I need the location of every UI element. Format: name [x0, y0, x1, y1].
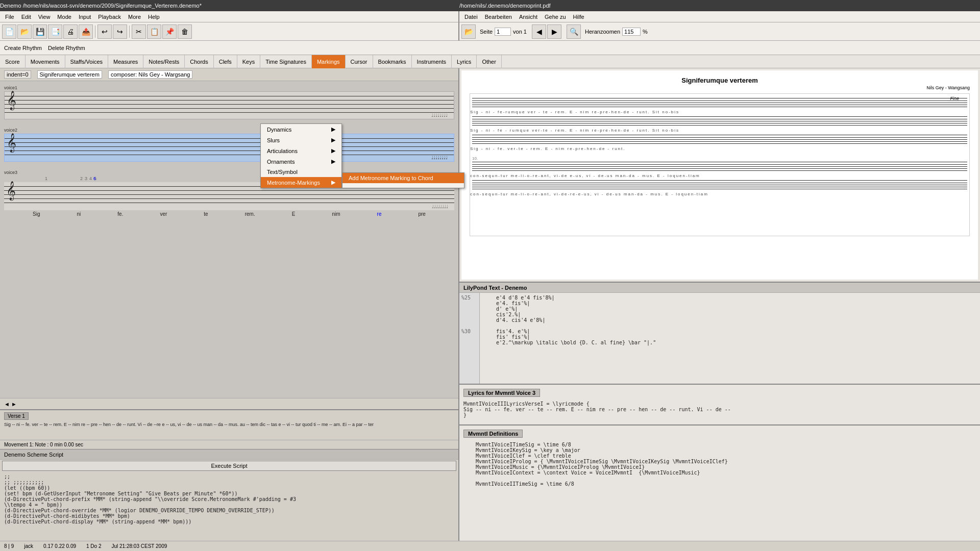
left-title-bar: Denemo /home/nils/wacost-svn/denemo/2009… — [0, 0, 459, 11]
prev-page-button[interactable]: ◀ — [532, 24, 546, 39]
bottom-page-indicator: 8 | 9 — [4, 543, 14, 549]
bottom-coords: 0.17 0.22 0.09 — [43, 543, 76, 549]
page-total: von 1 — [513, 29, 527, 35]
tab-clefs[interactable]: Clefs — [214, 55, 237, 68]
composer-field[interactable]: composer: Nils Gey - Wargsang — [108, 70, 192, 79]
pdf-open-button[interactable]: 📂 — [461, 24, 476, 39]
menu-edit[interactable]: Edit — [18, 13, 34, 21]
zoom-in-button[interactable]: 🔍 — [567, 24, 581, 39]
tab-markings[interactable]: Markings — [312, 55, 346, 68]
page-number-input[interactable] — [495, 28, 511, 36]
delete-rhythm-link[interactable]: Delete Rhythm — [48, 45, 85, 51]
dropdown-metronome[interactable]: Metronome-Markings ▶ — [261, 177, 341, 188]
tab-staffs-voices[interactable]: Staffs/Voices — [65, 55, 108, 68]
menu-ansicht[interactable]: Ansicht — [516, 13, 541, 21]
tab-keys[interactable]: Keys — [237, 55, 260, 68]
lily-panel: LilyPond Text - Denemo %25 %30 — [459, 283, 980, 385]
menu-input[interactable]: Input — [76, 13, 94, 21]
paste-button[interactable]: 📌 — [162, 24, 177, 39]
lyrics-panel: Lyrics for MvmntI Voice 3 MvmntIVoiceIII… — [459, 385, 980, 425]
staff-measure-placeholder-1: ♩♩♩♩♩♩♩♩ — [431, 113, 448, 118]
pdf-composer: Nils Gey - Wangsang — [470, 85, 970, 90]
lily-line-numbers: %25 %30 — [459, 293, 480, 384]
toolbar-separator-1 — [95, 26, 95, 38]
score-title-field[interactable]: Signiferumque verterem — [37, 70, 102, 79]
staff-line-v3-4 — [4, 198, 454, 199]
menu-hilfe[interactable]: Hilfe — [570, 13, 587, 21]
dropdown-text-symbol[interactable]: Text/Symbol — [261, 167, 341, 177]
tab-cursor[interactable]: Cursor — [346, 55, 373, 68]
redo-button[interactable]: ↪ — [113, 24, 127, 39]
create-rhythm-link[interactable]: Create Rhythm — [4, 45, 42, 51]
pdf-lyrics-3: Sig - ni - fe. ver-te - rem. E - nim re-… — [470, 146, 969, 151]
pdf-viewer: Signiferumque verterem Nils Gey - Wangsa… — [459, 68, 980, 283]
open-button[interactable]: 📂 — [17, 24, 32, 39]
delete-button[interactable]: 🗑 — [178, 24, 192, 39]
copy-button[interactable]: 📋 — [147, 24, 161, 39]
indent-value: indent=0 — [4, 70, 31, 79]
movement-status: Movement 1: Note : 0 min 0.00 sec — [0, 440, 458, 449]
tab-score[interactable]: Score — [0, 55, 26, 68]
markings-dropdown: Dynamics ▶ Slurs ▶ Articulations ▶ Ornam… — [260, 123, 464, 188]
execute-script-button[interactable]: Execute Script — [2, 461, 456, 471]
menu-playback[interactable]: Playback — [95, 13, 124, 21]
bottom-time: Jul 21:28:03 CEST 2009 — [112, 543, 167, 549]
tab-chords[interactable]: Chords — [185, 55, 213, 68]
right-toolbar: 📂 Seite von 1 ◀ ▶ 🔍 Heranzoomen % — [459, 22, 980, 41]
pdf-lyrics-5: con-sequn-tur me-li-o-re-ant, vi-de-re-e… — [470, 192, 969, 196]
save-button[interactable]: 💾 — [33, 24, 47, 39]
dropdown-slurs[interactable]: Slurs ▶ — [261, 135, 341, 145]
staff-row-voice1: voice1 𝄞 ♩♩♩♩♩♩♩♩ — [4, 85, 454, 119]
menu-bearbeiten[interactable]: Bearbeiten — [482, 13, 515, 21]
lyrics-code: MvmntIVoiceIIILyricsVerseI = \lyricmode … — [463, 401, 976, 418]
tab-other[interactable]: Other — [477, 55, 502, 68]
tab-measures[interactable]: Measures — [108, 55, 143, 68]
undo-button[interactable]: ↩ — [97, 24, 112, 39]
verse-tab[interactable]: Verse 1 — [4, 412, 29, 420]
add-metronome-marking[interactable]: Add Metronome Marking to Chord — [342, 173, 464, 183]
defs-panel: MvmntI Definitions MvmntIVoiceITimeSig =… — [459, 425, 980, 551]
left-window-title: Denemo /home/nils/wacost-svn/denemo/2009… — [0, 3, 202, 9]
lily-text: e'4 d'8 e'4 fis'8%| e'4. fis'%| d' e'%| … — [480, 293, 980, 384]
tab-movements[interactable]: Movements — [26, 55, 65, 68]
dropdown-dynamics[interactable]: Dynamics ▶ — [261, 124, 341, 135]
next-page-button[interactable]: ▶ — [547, 24, 561, 39]
staff-line-2 — [5, 100, 454, 101]
menu-mode[interactable]: Mode — [54, 13, 75, 21]
scroll-indicator: ◄ ► — [4, 401, 17, 407]
articulations-label: Articulations — [267, 148, 298, 154]
action-bar: Create Rhythm Delete Rhythm — [0, 41, 980, 55]
cut-button[interactable]: ✂ — [132, 24, 146, 39]
zoom-unit: % — [643, 29, 648, 35]
toolbar-separator-2 — [129, 26, 130, 38]
menu-view[interactable]: View — [35, 13, 54, 21]
tab-notes-rests[interactable]: Notes/Rests — [143, 55, 185, 68]
zoom-input[interactable] — [622, 28, 641, 36]
tab-bookmarks[interactable]: Bookmarks — [373, 55, 412, 68]
tab-time-signatures[interactable]: Time Signatures — [260, 55, 312, 68]
tab-instruments[interactable]: Instruments — [412, 55, 452, 68]
staff-line-v3-2 — [4, 190, 454, 191]
staff-line-5 — [5, 112, 454, 113]
menu-more[interactable]: More — [125, 13, 144, 21]
menu-file[interactable]: File — [2, 13, 17, 21]
print-button[interactable]: 🖨 — [63, 24, 78, 39]
staff-line-v3-5 — [4, 203, 454, 203]
ornaments-arrow: ▶ — [331, 158, 335, 165]
left-toolbar: 📄 📂 💾 📑 🖨 📤 ↩ ↪ ✂ 📋 📌 🗑 — [0, 22, 459, 41]
menu-gehe-zu[interactable]: Gehe zu — [542, 13, 569, 21]
menu-datei[interactable]: Datei — [461, 13, 481, 21]
save-pdf-button[interactable]: 📑 — [48, 24, 62, 39]
new-button[interactable]: 📄 — [2, 24, 16, 39]
menu-help[interactable]: Help — [145, 13, 163, 21]
tab-lyrics[interactable]: Lyrics — [452, 55, 477, 68]
pdf-stave-3 — [472, 135, 967, 146]
defs-code: MvmntIVoiceITimeSig = \time 6/8 MvmntIVo… — [463, 442, 976, 487]
dropdown-ornaments[interactable]: Ornaments ▶ — [261, 156, 341, 167]
export-button[interactable]: 📤 — [79, 24, 93, 39]
dropdown-articulations[interactable]: Articulations ▶ — [261, 145, 341, 156]
pdf-sheet: Signiferumque verterem Nils Gey - Wangsa… — [461, 70, 978, 242]
nav-tabs: Score Movements Staffs/Voices Measures N… — [0, 55, 980, 68]
staff-line-4 — [5, 108, 454, 109]
staff-line-v3-3 — [4, 194, 454, 195]
